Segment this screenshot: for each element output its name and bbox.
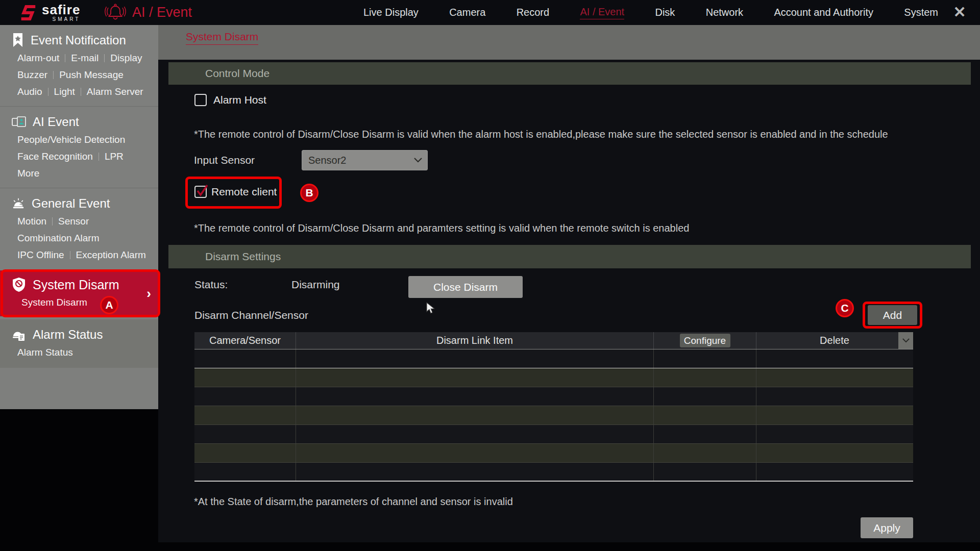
divider: [0, 188, 158, 188]
table-cell: [756, 444, 913, 462]
tab-strip: System Disarm: [158, 25, 980, 60]
close-disarm-button[interactable]: Close Disarm: [408, 276, 523, 298]
sidebar-item-alarm-status[interactable]: Alarm Status: [17, 344, 73, 361]
configure-button[interactable]: Configure: [680, 334, 730, 347]
add-button[interactable]: Add: [868, 305, 917, 325]
table-row[interactable]: [194, 444, 913, 463]
status-label: Status:: [194, 279, 228, 291]
divider: [99, 153, 99, 161]
table-cell: [756, 349, 913, 368]
nav-item-live-display[interactable]: Live Display: [363, 7, 419, 18]
sidebar-item-alarm-server[interactable]: Alarm Server: [87, 83, 143, 100]
table-cell: [756, 425, 913, 443]
sidebar-item-light[interactable]: Light: [54, 83, 75, 100]
alarm-host-note: *The remote control of Disarm/Close Disa…: [194, 129, 888, 140]
mouse-cursor-icon: [426, 302, 437, 314]
sidebar-item-buzzer[interactable]: Buzzer: [17, 66, 47, 83]
nav-item-network[interactable]: Network: [706, 7, 743, 18]
sidebar-section-system-disarm[interactable]: System Disarm System Disarm A ›: [0, 270, 158, 316]
alarm-host-checkbox[interactable]: [194, 94, 207, 106]
section-title: Event Notification: [31, 33, 126, 47]
remote-client-row: Remote client: [194, 186, 277, 198]
table-cell: [194, 425, 296, 443]
sidebar-item-display[interactable]: Display: [110, 49, 142, 66]
sidebar-item-lpr[interactable]: LPR: [105, 148, 124, 165]
sidebar-item-audio[interactable]: Audio: [17, 83, 42, 100]
column-header-camera-sensor: Camera/Sensor: [194, 332, 296, 349]
table-cell: [296, 349, 654, 368]
table-cell: [654, 406, 756, 424]
divider: [48, 88, 48, 96]
table-cell: [296, 444, 654, 462]
section-title: General Event: [32, 196, 110, 211]
table-row[interactable]: [194, 406, 913, 425]
brand-logo: safire SMART: [19, 3, 80, 22]
close-icon[interactable]: ✕: [951, 4, 968, 20]
remote-client-checkbox[interactable]: [194, 186, 207, 198]
table-cell: [194, 368, 296, 387]
top-navbar: safire SMART AI / Event Live Display Cam…: [0, 0, 980, 25]
chevron-down-icon: [414, 158, 422, 163]
divider: [65, 54, 65, 62]
column-header-disarm-link-item: Disarm Link Item: [296, 332, 654, 349]
sidebar-section-alarm-status: Alarm Status Alarm Status: [0, 319, 158, 368]
divider: [104, 54, 105, 62]
table-cell: [654, 463, 756, 481]
sidebar-item-combination-alarm[interactable]: Combination Alarm: [17, 230, 100, 246]
table-cell: [296, 463, 654, 481]
sidebar-item-more[interactable]: More: [17, 165, 39, 182]
column-header-delete: Delete: [756, 332, 913, 349]
section-header-label: Disarm Settings: [205, 251, 281, 262]
table-cell: [194, 406, 296, 424]
sidebar-section-ai-event: AI Event People/Vehicle Detection Face R…: [0, 107, 158, 185]
table-cell: [756, 406, 913, 424]
input-sensor-select[interactable]: Sensor2: [302, 150, 428, 170]
check-icon: [194, 183, 210, 198]
table-cell: [194, 387, 296, 406]
nav-item-ai-event[interactable]: AI / Event: [580, 6, 624, 19]
section-header-label: Control Mode: [205, 67, 270, 79]
table-cell: [296, 368, 654, 387]
table-row[interactable]: [194, 368, 913, 387]
section-title: System Disarm: [33, 278, 119, 292]
page-title: AI / Event: [132, 5, 192, 20]
table-row[interactable]: [194, 463, 913, 482]
nav-item-camera[interactable]: Camera: [449, 7, 485, 18]
table-cell: [194, 463, 296, 481]
sidebar-item-motion[interactable]: Motion: [17, 213, 46, 230]
nav-item-account-authority[interactable]: Account and Authority: [774, 7, 873, 18]
table-body: [194, 349, 913, 482]
table-cell: [296, 425, 654, 443]
table-cell: [654, 349, 756, 368]
sidebar-item-exception-alarm[interactable]: Exception Alarm: [76, 246, 146, 263]
table-cell: [654, 425, 756, 443]
bell-icon: [105, 3, 126, 22]
divider: [52, 217, 53, 226]
disarm-footnote: *At the State of disarm,the parameters o…: [194, 496, 513, 508]
sidebar-item-ipc-offline[interactable]: IPC Offline: [17, 246, 64, 263]
sidebar-item-alarm-out[interactable]: Alarm-out: [17, 49, 59, 66]
sidebar-section-general-event: General Event Motion Sensor Combination …: [0, 188, 158, 266]
shield-disarm-icon: [11, 277, 27, 293]
table-header-row: Camera/Sensor Disarm Link Item Configure…: [194, 332, 913, 349]
table-row[interactable]: [194, 387, 913, 406]
nav-item-disk[interactable]: Disk: [655, 7, 675, 18]
sidebar-item-sensor[interactable]: Sensor: [58, 213, 89, 230]
table-dropdown-button[interactable]: [898, 332, 913, 349]
ai-detection-icon: [11, 115, 27, 129]
nav-item-system[interactable]: System: [904, 7, 938, 18]
remote-client-label: Remote client: [211, 186, 277, 198]
sidebar-item-email[interactable]: E-mail: [71, 49, 99, 66]
nav-item-record[interactable]: Record: [517, 7, 549, 18]
table-row[interactable]: [194, 425, 913, 444]
brand-subname: SMART: [53, 17, 81, 22]
tab-system-disarm[interactable]: System Disarm: [186, 31, 258, 45]
alarm-host-label: Alarm Host: [213, 94, 266, 106]
sidebar-item-system-disarm[interactable]: System Disarm: [21, 294, 87, 311]
table-row[interactable]: [194, 349, 913, 368]
sidebar-item-face-recognition[interactable]: Face Recognition: [17, 148, 93, 165]
sidebar-item-people-vehicle-detection[interactable]: People/Vehicle Detection: [17, 131, 125, 148]
apply-button[interactable]: Apply: [861, 517, 913, 538]
main-menu: Live Display Camera Record AI / Event Di…: [363, 0, 938, 25]
sidebar-item-push-message[interactable]: Push Message: [59, 66, 124, 83]
